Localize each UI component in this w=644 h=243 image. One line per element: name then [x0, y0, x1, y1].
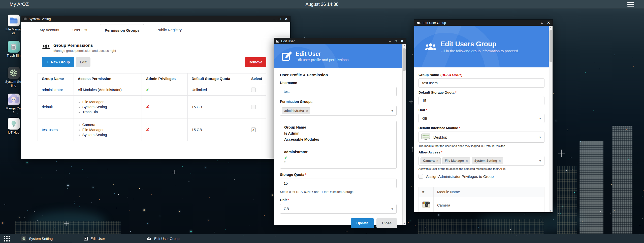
maximize-button[interactable]: □ — [395, 39, 397, 43]
module-tag[interactable]: File Manager × — [442, 157, 470, 164]
unit-dropdown[interactable]: GB ▾ — [280, 204, 397, 214]
edit-user-group-header: Edit Users Group Fill in the following g… — [414, 26, 553, 67]
maximize-button[interactable]: □ — [279, 17, 281, 20]
tab-public-registry[interactable]: Public Registry — [156, 24, 182, 36]
module-tag[interactable]: System Setting × — [472, 157, 503, 164]
scroll-down-icon[interactable]: ∨ — [549, 209, 553, 212]
check-icon: ✔ — [284, 155, 392, 160]
scrollbar[interactable]: ∧ ∨ — [402, 44, 406, 225]
chevron-down-icon: ▾ — [539, 116, 541, 120]
group-summary-box: Group Name Is Admin Accessible Modules a… — [280, 121, 397, 169]
tab-permission-groups[interactable]: Permission Groups — [100, 24, 144, 37]
storage-quota-hint: Set to 0 for READONLY and -1 for Unlimit… — [280, 190, 397, 194]
desktop-screen: My ArOZ August 26 14:38 File Manager Tra… — [0, 0, 644, 243]
app-window-icon — [84, 237, 88, 240]
desktop-icon-file-manager[interactable]: File Manager — [4, 15, 23, 35]
chevron-down-icon: ▾ — [391, 207, 393, 211]
start-menu-label[interactable]: My ArOZ — [10, 2, 29, 7]
scroll-up-icon[interactable]: ∧ — [549, 26, 553, 29]
edit-user-titlebar[interactable]: Edit User – □ ✕ — [274, 38, 406, 44]
required-asterisk: * — [426, 108, 427, 112]
required-asterisk: * — [305, 173, 306, 177]
building-silhouette — [579, 141, 603, 234]
edit-group-button[interactable]: Edit — [76, 57, 90, 67]
scroll-down-icon[interactable]: ∨ — [403, 222, 406, 224]
col-hash: # — [419, 187, 434, 197]
sidebar-toggle-icon[interactable]: ≡ — [26, 27, 29, 33]
select-checkbox[interactable] — [251, 88, 256, 92]
window-title: Edit User Group — [423, 21, 446, 25]
default-storage-quota-field[interactable]: 15 — [418, 96, 544, 105]
hamburger-menu-icon[interactable] — [627, 2, 634, 7]
close-button[interactable]: ✕ — [547, 21, 550, 24]
default-interface-module-dropdown[interactable]: Desktop ▾ — [418, 132, 544, 143]
desktop-icon-iot-hub[interactable]: IoT Hub — [4, 118, 23, 135]
assign-admin-checkbox[interactable] — [418, 174, 423, 179]
scroll-thumb[interactable] — [403, 48, 406, 71]
desktop-icon-trash-bin[interactable]: Trash Bin — [4, 41, 23, 58]
window-title: System Setting — [29, 17, 51, 21]
group-tag[interactable]: administrator × — [282, 107, 310, 114]
scrollbar[interactable]: ∧ ∨ — [549, 26, 553, 212]
close-button[interactable]: ✕ — [401, 39, 404, 43]
remove-tag-icon[interactable]: × — [436, 159, 438, 163]
col-default-storage-quota: Default Storage Quota — [187, 73, 247, 84]
select-checkbox[interactable] — [251, 128, 256, 132]
desktop-icon-manga-cafe[interactable]: Manga Cafe — [4, 94, 23, 114]
header-subtitle: Fill in the following group information … — [440, 49, 519, 53]
table-row-default: default File Manager System Setting Tras… — [38, 96, 266, 118]
edit-user-group-titlebar[interactable]: Edit User Group – □ ✕ — [414, 20, 553, 26]
close-form-button[interactable]: Close — [376, 218, 397, 228]
taskbar-item-edit-user[interactable]: Edit User — [84, 234, 135, 243]
remove-group-button[interactable]: Remove — [245, 57, 266, 67]
scroll-thumb[interactable] — [550, 30, 552, 62]
unit-dropdown[interactable]: GB ▾ — [418, 114, 544, 123]
allow-access-label: Allow Access* — [418, 150, 544, 154]
plus-icon: + — [47, 60, 49, 64]
taskbar-item-system-setting[interactable]: System Setting — [21, 234, 72, 243]
summary-header: Is Admin — [284, 130, 392, 136]
allow-access-select[interactable]: Camera × File Manager × System Setting ×… — [418, 156, 544, 166]
required-asterisk: * — [441, 150, 442, 154]
module-tag[interactable]: Camera × — [421, 157, 441, 164]
building-silhouette — [557, 166, 577, 234]
new-group-button[interactable]: + New Group — [42, 57, 74, 67]
summary-header: Accessible Modules — [284, 136, 392, 142]
minimize-button[interactable]: – — [273, 17, 275, 21]
update-button[interactable]: Update — [351, 218, 374, 228]
system-setting-titlebar[interactable]: System Setting – □ ✕ — [21, 16, 290, 22]
minimize-button[interactable]: – — [535, 21, 537, 24]
scroll-up-icon[interactable]: ∧ — [403, 44, 406, 47]
summary-header: Group Name — [284, 124, 392, 130]
manga-cafe-icon — [8, 94, 20, 105]
storage-quota-field[interactable]: 15 — [280, 179, 397, 188]
remove-tag-icon[interactable]: × — [306, 109, 308, 113]
permission-groups-select[interactable]: administrator × ▾ — [280, 106, 397, 116]
desktop-icon-system-setting[interactable]: System Setting — [4, 67, 23, 88]
section-subtitle: Manage group permission and access right — [53, 49, 116, 53]
minimize-button[interactable]: – — [389, 39, 391, 43]
chevron-down-icon: ▾ — [539, 159, 541, 163]
gear-icon — [8, 67, 20, 79]
users-group-icon — [417, 21, 421, 24]
maximize-button[interactable]: □ — [541, 21, 543, 24]
edit-user-group-window: Edit User Group – □ ✕ Edit Users Group F… — [414, 19, 553, 213]
app-launcher-icon[interactable] — [4, 236, 10, 241]
folder-icon — [8, 15, 20, 26]
group-name-field[interactable]: test users — [418, 78, 544, 88]
users-group-icon — [146, 237, 151, 240]
assign-admin-label: Assign Administrator Privileges to Group — [426, 174, 494, 179]
close-button[interactable]: ✕ — [285, 17, 288, 21]
select-checkbox[interactable] — [251, 105, 256, 109]
remove-tag-icon[interactable]: × — [499, 159, 501, 163]
lightbulb-icon — [8, 118, 20, 130]
unit-label: Unit* — [280, 198, 397, 202]
unit-label: Unit* — [418, 108, 544, 112]
allow-access-hint: Allow this user group to access the sele… — [418, 167, 544, 170]
username-field[interactable]: test — [280, 87, 397, 96]
tab-user-list[interactable]: User List — [72, 24, 88, 36]
tab-my-account[interactable]: My Account — [39, 24, 60, 36]
taskbar-item-edit-user-group[interactable]: Edit User Group — [146, 234, 197, 243]
remove-tag-icon[interactable]: × — [466, 159, 468, 163]
col-group-name: Group Name — [38, 73, 74, 84]
